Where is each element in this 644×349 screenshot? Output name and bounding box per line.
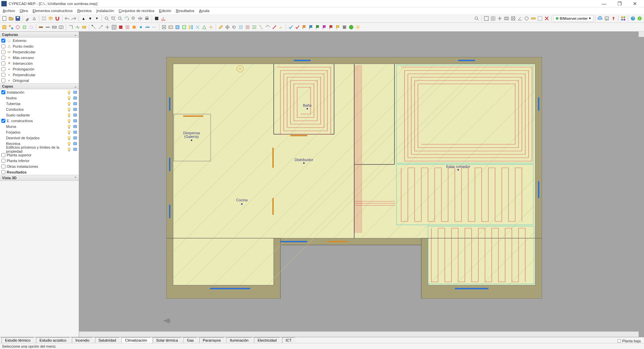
grid-icon[interactable] bbox=[41, 15, 47, 21]
tool-icon[interactable] bbox=[8, 24, 14, 30]
capture-option[interactable]: +Prolongación bbox=[0, 66, 79, 72]
share-icon[interactable] bbox=[610, 15, 616, 21]
tab-pararrayos[interactable]: Pararrayos bbox=[199, 337, 227, 343]
open-icon[interactable] bbox=[8, 15, 14, 21]
export-icon[interactable] bbox=[604, 15, 610, 21]
tool-icon[interactable] bbox=[278, 24, 284, 30]
menu-recintos[interactable]: Recintos bbox=[77, 9, 92, 13]
drawing-canvas[interactable]: for bbox=[79, 32, 644, 337]
tool-icon[interactable] bbox=[341, 24, 347, 30]
tool-icon[interactable] bbox=[58, 24, 64, 30]
layer-item[interactable]: Nudos bbox=[0, 95, 79, 101]
tool-icon[interactable] bbox=[24, 15, 31, 21]
vista3d-header[interactable]: Vista 3D⌃ bbox=[0, 175, 79, 181]
check-icon[interactable] bbox=[288, 24, 294, 30]
view-axis-icon[interactable] bbox=[497, 15, 503, 21]
layer-item[interactable]: Planta inferior bbox=[0, 158, 79, 163]
save-icon[interactable] bbox=[15, 15, 21, 21]
view-icon[interactable] bbox=[503, 15, 509, 21]
layer-item[interactable]: Forjados bbox=[0, 129, 79, 135]
menu-instalacion[interactable]: Instalación bbox=[96, 9, 114, 13]
capture-option[interactable]: □Extremo bbox=[0, 38, 79, 43]
tool-icon[interactable] bbox=[258, 24, 264, 30]
ruler-icon[interactable] bbox=[530, 15, 536, 21]
tool-icon[interactable] bbox=[145, 24, 151, 30]
tool-icon[interactable] bbox=[208, 24, 214, 30]
pan-icon[interactable] bbox=[137, 15, 143, 21]
capture-option[interactable]: ▭Perpendicular bbox=[0, 49, 79, 55]
zoom-window-icon[interactable] bbox=[104, 15, 110, 21]
capture-option[interactable]: +Ortogonal bbox=[0, 78, 79, 83]
tool-icon[interactable] bbox=[181, 24, 187, 30]
layer-item[interactable]: Otras instalaciones bbox=[0, 163, 79, 169]
tool-icon[interactable] bbox=[124, 24, 130, 30]
layer-item[interactable]: Edificios próximos y límites de la propi… bbox=[0, 146, 79, 152]
tool-icon[interactable] bbox=[201, 24, 207, 30]
circle-icon[interactable] bbox=[524, 15, 530, 21]
info-icon[interactable]: i bbox=[637, 15, 643, 21]
up-icon[interactable]: ▲ bbox=[80, 15, 87, 21]
tab-electricidad[interactable]: Electricidad bbox=[254, 337, 282, 343]
capture-option[interactable]: +Perpendicular bbox=[0, 72, 79, 78]
layer-item[interactable]: Desnivel de forjados bbox=[0, 135, 79, 141]
menu-obra[interactable]: Obra bbox=[20, 9, 28, 13]
refresh-icon[interactable] bbox=[124, 15, 130, 21]
capas-header[interactable]: Capas⌄ bbox=[0, 83, 79, 89]
angle-icon[interactable] bbox=[517, 15, 523, 21]
layers-icon[interactable] bbox=[48, 15, 54, 21]
tool-icon[interactable] bbox=[45, 24, 51, 30]
sun-icon[interactable] bbox=[355, 24, 361, 30]
floor-indicator[interactable]: Planta baja bbox=[618, 339, 643, 343]
layer-item[interactable]: Suelo radiante bbox=[0, 112, 79, 118]
flag-icon[interactable] bbox=[328, 24, 334, 30]
layer-resultados[interactable]: Resultados bbox=[0, 169, 79, 175]
maximize-button[interactable]: ❐ bbox=[612, 0, 627, 7]
tab-gas[interactable]: Gas bbox=[183, 337, 199, 343]
layer-item[interactable]: Planta superior bbox=[0, 152, 79, 158]
new-icon[interactable] bbox=[1, 15, 7, 21]
flag-icon[interactable] bbox=[335, 24, 341, 30]
tool-icon[interactable] bbox=[161, 24, 167, 30]
cloud-icon[interactable] bbox=[597, 15, 603, 21]
chart-icon[interactable] bbox=[160, 15, 166, 21]
menu-edicion[interactable]: Edición bbox=[159, 9, 171, 13]
tool-icon[interactable] bbox=[1, 24, 7, 30]
tool-icon[interactable] bbox=[68, 24, 74, 30]
capture-option[interactable]: ✕Intersección bbox=[0, 60, 79, 66]
tool-icon[interactable] bbox=[118, 24, 124, 30]
undo-icon[interactable] bbox=[64, 15, 70, 21]
capture-option[interactable]: ⌖Más cercano bbox=[0, 55, 79, 60]
layer-item[interactable]: Tuberías bbox=[0, 101, 79, 106]
flag-icon[interactable] bbox=[301, 24, 307, 30]
flag-icon[interactable] bbox=[308, 24, 314, 30]
tool-icon[interactable] bbox=[91, 24, 97, 30]
tool-icon[interactable] bbox=[28, 24, 34, 30]
tab-climatización[interactable]: Climatización bbox=[121, 337, 153, 343]
down-icon[interactable]: ▼ bbox=[87, 15, 93, 21]
tool-icon[interactable] bbox=[188, 24, 194, 30]
bimserver-dropdown[interactable]: BIMserver.center ▾ bbox=[553, 15, 593, 22]
tool-icon[interactable] bbox=[195, 24, 201, 30]
menu-resultados[interactable]: Resultados bbox=[176, 9, 194, 13]
menu-elementos[interactable]: Elementos constructivos bbox=[33, 9, 72, 13]
zoom-out-icon[interactable] bbox=[130, 15, 137, 21]
tab-estudio-acústico[interactable]: Estudio acústico bbox=[36, 337, 72, 343]
select-icon[interactable] bbox=[537, 15, 543, 21]
delete-icon[interactable] bbox=[544, 15, 550, 21]
vertical-scrollbar[interactable] bbox=[639, 32, 644, 37]
tab-incendio[interactable]: Incendio bbox=[72, 337, 95, 343]
layer-group[interactable]: E. constructivos bbox=[0, 118, 79, 123]
zoom-icon[interactable] bbox=[117, 15, 123, 21]
settings-icon[interactable] bbox=[620, 15, 626, 21]
print-icon[interactable] bbox=[144, 15, 150, 21]
menu-archivo[interactable]: Archivo bbox=[3, 9, 15, 13]
tool-icon[interactable] bbox=[31, 15, 37, 21]
tool-icon[interactable] bbox=[168, 24, 174, 30]
menu-conjuntos[interactable]: Conjuntos de recintos bbox=[119, 9, 154, 13]
tool-icon[interactable] bbox=[21, 24, 28, 30]
rotate-icon[interactable] bbox=[231, 24, 237, 30]
tool-icon[interactable] bbox=[111, 24, 117, 30]
tool-icon[interactable] bbox=[51, 24, 57, 30]
magnet-icon[interactable] bbox=[54, 15, 60, 21]
tool-icon[interactable] bbox=[38, 24, 44, 30]
